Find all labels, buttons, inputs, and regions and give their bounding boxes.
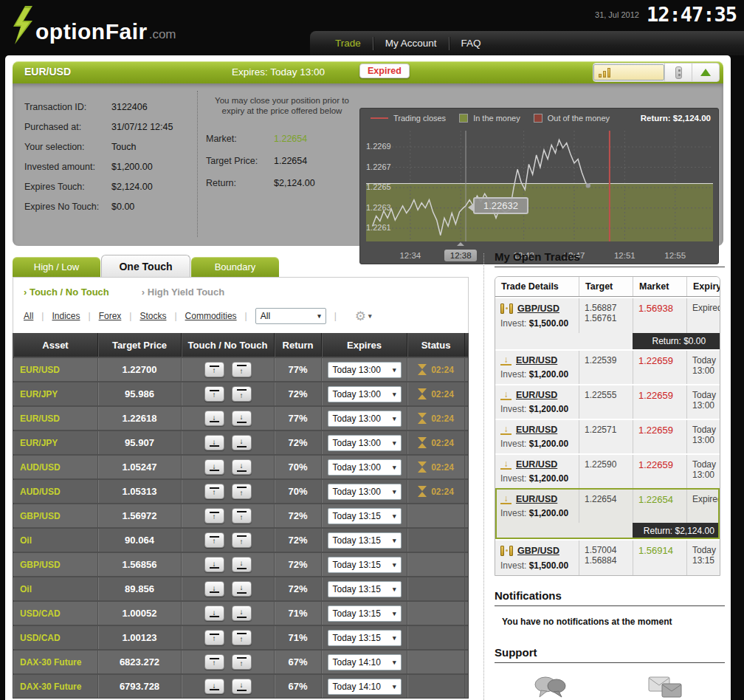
asset-name: EUR/JPY bbox=[13, 431, 98, 454]
expiry-select[interactable]: Today 13:15▾ bbox=[328, 581, 402, 597]
touch-button[interactable]: ↑ bbox=[204, 532, 224, 548]
touch-buttons-cell: ↓↓ bbox=[182, 407, 275, 430]
touch-button[interactable]: ↓ bbox=[204, 459, 224, 475]
expiry-select[interactable]: Today 13:00▾ bbox=[328, 411, 402, 427]
collapse-panel-button[interactable] bbox=[692, 63, 719, 82]
support-links: Live ChatContact Us bbox=[495, 675, 725, 700]
no-touch-button[interactable]: ↓ bbox=[232, 557, 252, 572]
no-touch-button[interactable]: ↓ bbox=[232, 605, 252, 621]
touch-button[interactable]: ↓ bbox=[204, 679, 224, 694]
expires-cell: Today 13:00▾ bbox=[322, 407, 407, 430]
touch-button[interactable]: ↓ bbox=[204, 557, 224, 572]
open-trade-asset-link[interactable]: EUR/USD bbox=[516, 425, 557, 435]
filter-link-forex[interactable]: Forex bbox=[99, 311, 122, 321]
status-countdown: 02:24 bbox=[418, 364, 454, 375]
touch-button[interactable]: ↑ bbox=[204, 484, 224, 499]
target-bar bbox=[210, 591, 219, 593]
no-touch-button[interactable]: ↑ bbox=[232, 508, 252, 524]
no-touch-button[interactable]: ↓ bbox=[232, 459, 252, 475]
expiry-select[interactable]: Today 13:00▾ bbox=[328, 435, 402, 451]
target-value: 1.56884 bbox=[585, 555, 630, 566]
expiry-value: Today 13:00 bbox=[686, 455, 720, 488]
open-trade-asset-link[interactable]: EUR/USD bbox=[516, 390, 557, 400]
subnav-high-yield-touch[interactable]: High Yield Touch bbox=[142, 286, 224, 298]
tab-one-touch[interactable]: One Touch bbox=[101, 255, 190, 277]
expiry-select[interactable]: Today 14:10▾ bbox=[328, 654, 402, 670]
no-touch-button[interactable]: ↑ bbox=[232, 532, 252, 548]
open-trade-asset-link[interactable]: GBP/USD bbox=[517, 303, 559, 314]
chevron-down-icon: ▾ bbox=[393, 537, 396, 544]
subnav: Touch / No TouchHigh Yield Touch bbox=[24, 286, 458, 298]
gear-icon: ⚙ bbox=[355, 309, 366, 324]
filter-link-commodities[interactable]: Commodities bbox=[185, 311, 237, 321]
support-live-chat[interactable]: Live Chat bbox=[531, 675, 569, 700]
tab-high-low[interactable]: High / Low bbox=[13, 257, 100, 277]
expires-cell: Today 13:00▾ bbox=[322, 382, 407, 405]
market-value: 1.56914 bbox=[633, 541, 686, 575]
return-percent: 77% bbox=[275, 358, 322, 381]
target-price: 1.00123 bbox=[98, 626, 182, 649]
expiry-select[interactable]: Today 13:15▾ bbox=[328, 605, 402, 622]
filter-link-indices[interactable]: Indices bbox=[52, 311, 80, 321]
asset-name: DAX-30 Future bbox=[13, 651, 98, 673]
expiry-select[interactable]: Today 13:00▾ bbox=[328, 362, 402, 378]
status-countdown: 02:24 bbox=[418, 413, 454, 424]
expiry-select[interactable]: Today 13:00▾ bbox=[328, 386, 402, 402]
expiry-select[interactable]: Today 13:15▾ bbox=[328, 508, 402, 524]
asset-group-select[interactable]: All▾ bbox=[255, 308, 326, 324]
no-touch-button[interactable]: ↑ bbox=[232, 654, 252, 670]
expiry-select[interactable]: Today 13:15▾ bbox=[328, 532, 402, 549]
open-trade-asset-link[interactable]: GBP/USD bbox=[517, 546, 559, 556]
touch-button[interactable]: ↑ bbox=[204, 362, 224, 377]
chevron-down-icon: ▾ bbox=[393, 488, 396, 495]
touch-button[interactable]: ↑ bbox=[204, 386, 224, 402]
touch-button[interactable]: ↓ bbox=[204, 435, 224, 450]
settings-menu[interactable]: ⚙▾ bbox=[355, 309, 372, 324]
touch-button[interactable]: ↑ bbox=[204, 508, 224, 524]
touch-down-icon: ↓ bbox=[500, 356, 512, 366]
ot-column-header: Market bbox=[633, 277, 686, 296]
detail-label: Expires Touch: bbox=[24, 182, 111, 192]
expiry-select[interactable]: Today 13:15▾ bbox=[328, 630, 402, 646]
expiry-select[interactable]: Today 14:10▾ bbox=[328, 679, 402, 695]
support-contact-us[interactable]: Contact Us bbox=[644, 675, 687, 700]
chart-view-button[interactable] bbox=[593, 64, 664, 80]
open-trade-row: ↓EUR/USDInvest: $1,200.001.225391.22659T… bbox=[495, 349, 720, 384]
filter-link-all[interactable]: All bbox=[24, 311, 33, 321]
tab-boundary[interactable]: Boundary bbox=[191, 257, 279, 277]
trade-panel-body: Transaction ID:3122406Purchased at:31/07… bbox=[13, 83, 723, 246]
no-touch-button[interactable]: ↑ bbox=[232, 362, 252, 377]
no-touch-button[interactable]: ↓ bbox=[232, 679, 252, 694]
invest-value: $1,200.00 bbox=[529, 508, 568, 518]
touch-button[interactable]: ↑ bbox=[204, 654, 224, 670]
nav-item-faq[interactable]: FAQ bbox=[450, 31, 493, 55]
no-touch-button[interactable]: ↑ bbox=[232, 630, 252, 645]
nav-item-my-account[interactable]: My Account bbox=[373, 31, 449, 55]
no-touch-button[interactable]: ↓ bbox=[232, 581, 252, 597]
touch-button[interactable]: ↑ bbox=[204, 630, 224, 645]
touch-button[interactable]: ↓ bbox=[204, 411, 224, 426]
hourglass-icon bbox=[418, 437, 427, 448]
touch-button[interactable]: ↓ bbox=[204, 605, 224, 621]
filter-separator: | bbox=[89, 311, 91, 321]
no-touch-button[interactable]: ↑ bbox=[232, 386, 252, 402]
nav-item-trade[interactable]: Trade bbox=[323, 31, 373, 55]
expiry-select[interactable]: Today 13:15▾ bbox=[328, 557, 402, 573]
sidebar: My Open Trades Trade DetailsTargetMarket… bbox=[495, 250, 725, 700]
expiry-select[interactable]: Today 13:00▾ bbox=[328, 459, 402, 476]
no-touch-button[interactable]: ↓ bbox=[232, 411, 252, 426]
subnav-touch-no-touch[interactable]: Touch / No Touch bbox=[24, 286, 109, 298]
open-trade-asset-link[interactable]: EUR/USD bbox=[516, 494, 557, 504]
expiry-select[interactable]: Today 13:00▾ bbox=[328, 484, 402, 500]
no-touch-button[interactable]: ↑ bbox=[232, 484, 252, 499]
detail-row: Purchased at:31/07/12 12:45 bbox=[24, 117, 196, 137]
ticker-view-button[interactable] bbox=[665, 63, 692, 82]
open-trade-asset-link[interactable]: EUR/USD bbox=[516, 459, 557, 470]
filter-link-stocks[interactable]: Stocks bbox=[140, 311, 166, 321]
brand-logo[interactable]: optionFair .com bbox=[10, 6, 176, 44]
arrow-up-icon: ↑ bbox=[240, 538, 244, 545]
touch-button[interactable]: ↓ bbox=[204, 581, 224, 597]
open-trade-asset-link[interactable]: EUR/USD bbox=[516, 355, 557, 366]
content-area: EUR/USD Expires: Today 13:00 Expired Tra… bbox=[5, 55, 731, 700]
no-touch-button[interactable]: ↓ bbox=[232, 435, 252, 450]
